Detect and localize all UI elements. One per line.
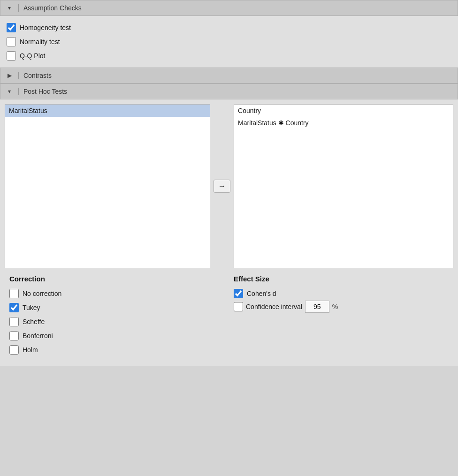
arrow-button[interactable]: → (214, 180, 230, 193)
bonferroni-checkbox-wrap[interactable] (9, 331, 19, 340)
bottom-section: Correction No correction Tukey Scheffe (5, 268, 453, 362)
confidence-interval-input[interactable] (305, 301, 329, 313)
header-divider (18, 4, 19, 12)
scheffe-checkbox[interactable] (9, 317, 19, 326)
confidence-interval-checkbox[interactable] (234, 302, 243, 311)
scheffe-checkbox-wrap[interactable] (9, 317, 19, 326)
normality-checkbox[interactable] (7, 37, 16, 46)
post-hoc-chevron: ▾ (5, 88, 14, 95)
confidence-interval-label[interactable]: Confidence interval (246, 303, 302, 310)
homogeneity-checkbox[interactable] (7, 23, 16, 32)
normality-checkbox-wrap[interactable] (7, 37, 16, 46)
no-correction-row: No correction (9, 287, 224, 301)
no-correction-label[interactable]: No correction (23, 290, 61, 297)
arrow-btn-wrap: → (210, 104, 234, 268)
contrasts-header[interactable]: ▶ Contrasts (0, 68, 458, 83)
assumption-checks-header[interactable]: ▾ Assumption Checks (0, 0, 458, 16)
no-correction-checkbox-wrap[interactable] (9, 289, 19, 298)
cohens-d-checkbox-wrap[interactable] (234, 289, 243, 298)
qq-plot-checkbox[interactable] (7, 51, 16, 60)
cohens-d-row: Cohen's d (234, 287, 449, 301)
confidence-interval-row: Confidence interval % (234, 301, 449, 313)
list-item[interactable]: MaritalStatus (5, 105, 210, 117)
cohens-d-checkbox[interactable] (234, 289, 243, 298)
homogeneity-checkbox-wrap[interactable] (7, 23, 16, 32)
tukey-row: Tukey (9, 301, 224, 315)
percent-label: % (332, 303, 338, 310)
normality-label[interactable]: Normality test (20, 38, 60, 45)
correction-title: Correction (9, 275, 224, 283)
holm-row: Holm (9, 343, 224, 357)
tukey-checkbox[interactable] (9, 303, 19, 312)
bonferroni-checkbox[interactable] (9, 331, 19, 340)
cohens-d-label[interactable]: Cohen's d (247, 290, 276, 297)
bonferroni-row: Bonferroni (9, 329, 224, 343)
contrasts-title: Contrasts (23, 72, 52, 79)
contrasts-chevron: ▶ (5, 72, 14, 79)
scheffe-label[interactable]: Scheffe (23, 318, 45, 325)
homogeneity-label[interactable]: Homogeneity test (20, 24, 71, 31)
post-hoc-header-divider (18, 88, 19, 95)
qq-plot-label[interactable]: Q-Q Plot (20, 52, 45, 60)
holm-label[interactable]: Holm (23, 346, 38, 354)
qq-plot-checkbox-wrap[interactable] (7, 51, 16, 60)
list-item[interactable]: Country (234, 105, 453, 117)
holm-checkbox[interactable] (9, 345, 19, 355)
effect-size-title: Effect Size (234, 275, 449, 283)
tukey-checkbox-wrap[interactable] (9, 303, 19, 312)
post-hoc-body: MaritalStatus → Country MaritalStatus ✱ … (0, 99, 458, 366)
post-hoc-left-list[interactable]: MaritalStatus (5, 104, 210, 268)
normality-row: Normality test (7, 35, 451, 49)
no-correction-checkbox[interactable] (9, 289, 19, 298)
post-hoc-right-list[interactable]: Country MaritalStatus ✱ Country (234, 104, 453, 268)
list-item[interactable]: MaritalStatus ✱ Country (234, 117, 453, 129)
effect-size-column: Effect Size Cohen's d Confidence interva… (234, 275, 449, 357)
holm-checkbox-wrap[interactable] (9, 345, 19, 355)
assumption-checks-title: Assumption Checks (23, 4, 82, 12)
bonferroni-label[interactable]: Bonferroni (23, 332, 53, 340)
tukey-label[interactable]: Tukey (23, 304, 40, 311)
scheffe-row: Scheffe (9, 315, 224, 329)
assumption-checks-body: Homogeneity test Normality test Q-Q Plot (0, 16, 458, 68)
homogeneity-row: Homogeneity test (7, 21, 451, 35)
confidence-interval-checkbox-wrap[interactable] (234, 302, 243, 311)
qq-plot-row: Q-Q Plot (7, 49, 451, 63)
post-hoc-lists: MaritalStatus → Country MaritalStatus ✱ … (5, 104, 453, 268)
post-hoc-title: Post Hoc Tests (23, 88, 67, 95)
correction-column: Correction No correction Tukey Scheffe (9, 275, 234, 357)
post-hoc-header[interactable]: ▾ Post Hoc Tests (0, 83, 458, 99)
contrasts-header-divider (18, 72, 19, 79)
assumption-checks-chevron: ▾ (5, 5, 14, 11)
